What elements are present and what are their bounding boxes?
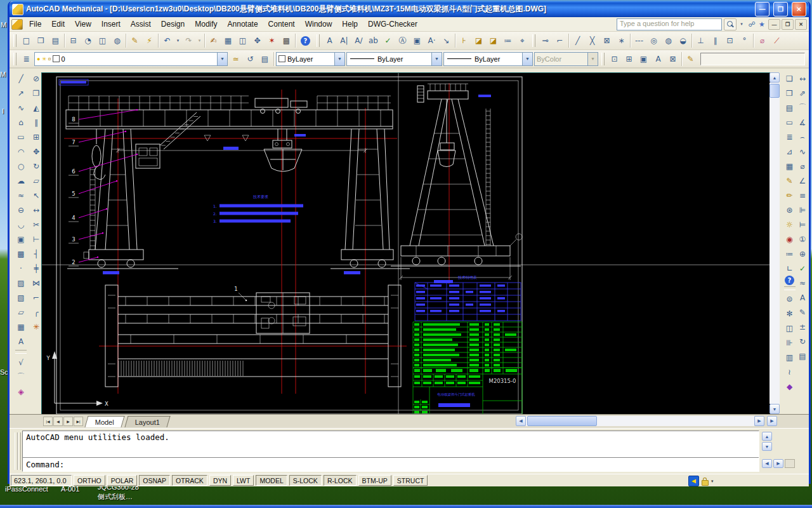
publish-icon[interactable]: ◫ <box>95 34 110 48</box>
menu-file[interactable]: File <box>24 18 46 30</box>
dim-continue-icon[interactable]: ⊨ <box>796 217 809 232</box>
calculator-icon[interactable]: ▩ <box>279 34 294 48</box>
linetype-combo[interactable]: ByLayer ▼ <box>346 52 442 66</box>
communication-center-tray-icon[interactable]: ◀ <box>688 476 699 486</box>
tray-dropdown-arrow[interactable]: ▾ <box>711 479 714 484</box>
power-snap-icon[interactable]: ⊸ <box>538 34 553 48</box>
plot-icon[interactable]: ⊟ <box>66 34 81 48</box>
menu-content[interactable]: Content <box>263 18 300 30</box>
donut-icon[interactable]: ◎ <box>646 34 661 48</box>
am-power-snap-icon[interactable]: ⊛ <box>783 203 797 217</box>
am-layers-icon[interactable]: ≣ <box>783 130 797 144</box>
redo-icon[interactable]: ↷ <box>181 34 196 48</box>
toolbar-grip[interactable] <box>317 34 320 47</box>
check-dim-icon[interactable]: √ <box>14 355 28 370</box>
mtext-icon[interactable]: A <box>14 334 28 349</box>
status-toggle-model[interactable]: MODEL <box>256 475 287 486</box>
table-icon[interactable]: ▦ <box>14 319 28 334</box>
polyline-icon[interactable]: ∿ <box>14 100 28 115</box>
text-frame-icon[interactable]: ▣ <box>410 34 424 48</box>
tab-model[interactable]: Model <box>84 416 124 427</box>
layer-properties-icon[interactable]: ≣ <box>19 52 34 66</box>
dim-text-icon[interactable]: A <box>796 290 809 305</box>
am-structure-icon[interactable]: ▦ <box>221 34 235 48</box>
tab-layout1[interactable]: Layout1 <box>124 416 170 427</box>
construction-point-icon[interactable]: ∗ <box>614 34 629 48</box>
viewport-scale-icon[interactable]: ⊠ <box>665 52 680 66</box>
desktop-icon-label[interactable]: Sc <box>0 368 8 376</box>
status-toggle-s-lock[interactable]: S-LOCK <box>289 475 322 486</box>
symbol-library-icon[interactable]: ⊡ <box>723 34 737 48</box>
command-scroll-left[interactable]: ◀ <box>762 459 772 468</box>
canvas-horizontal-scrollbar[interactable]: ◀ ▶ <box>516 416 764 426</box>
undo-arrow[interactable]: ▾ <box>174 38 181 43</box>
command-window-grip[interactable] <box>18 432 21 470</box>
menu-modify[interactable]: Modify <box>190 18 222 30</box>
region-icon[interactable]: ▱ <box>14 305 28 319</box>
dim-radius-icon[interactable]: ⌢ <box>796 130 809 144</box>
notepad-icon[interactable]: ✎ <box>683 52 698 66</box>
menu-insert[interactable]: Insert <box>96 18 126 30</box>
menu-design[interactable]: Design <box>156 18 190 30</box>
status-toggle-dyn[interactable]: DYN <box>209 475 231 486</box>
power-dimension-icon[interactable]: ⊦ <box>457 34 471 48</box>
fill-mode-icon[interactable]: ◍ <box>661 34 676 48</box>
center-mark-icon[interactable]: ⊕ <box>796 246 809 261</box>
desktop-icon-label[interactable]: I <box>2 107 4 115</box>
plot-preview-icon[interactable]: ◔ <box>81 34 95 48</box>
layer-combo-arrow[interactable]: ▼ <box>217 53 227 65</box>
model-space-canvas[interactable]: 8 7 6 5 4 3 2 1 技术要求 1. 2. 3. <box>41 72 770 415</box>
layer-match-icon[interactable]: ⊞ <box>622 52 636 66</box>
color-combo-arrow[interactable]: ▼ <box>334 53 344 65</box>
am-shaft-icon[interactable]: ⊜ <box>783 291 797 306</box>
toolbar-grip[interactable] <box>13 34 16 47</box>
am-annotate-icon[interactable]: ⌀ <box>755 34 769 48</box>
am-view-icon[interactable]: ❒ <box>783 86 797 100</box>
scroll-right-arrow[interactable]: ▶ <box>754 416 764 426</box>
justify-text-icon[interactable]: ↘ <box>439 34 454 48</box>
save-icon[interactable]: ▤ <box>48 34 63 48</box>
revision-cloud-icon[interactable]: ☁ <box>14 173 28 188</box>
communication-center-icon[interactable]: ☍ <box>747 19 757 30</box>
line-icon[interactable]: ╱ <box>14 71 28 86</box>
construction-cross-icon[interactable]: ╳ <box>585 34 599 48</box>
am-bom-icon[interactable]: ▦ <box>783 159 797 173</box>
next-tab-button[interactable]: ▶ <box>63 417 73 426</box>
command-scroll-right[interactable]: ▶ <box>773 459 783 468</box>
am-browser-icon[interactable]: ◉ <box>783 232 797 246</box>
scrollbar-corner-button[interactable]: ▶ <box>767 416 777 426</box>
status-toggle-struct[interactable]: STRUCT <box>393 475 428 486</box>
am-bearing-icon[interactable]: ◫ <box>783 321 797 335</box>
quick-dim-icon[interactable]: ≡ <box>796 188 809 203</box>
am-screw-icon[interactable]: ⊪ <box>783 335 797 350</box>
point-icon[interactable]: · <box>14 261 28 276</box>
make-object-layer-icon[interactable]: ⊡ <box>607 52 622 66</box>
menu-view[interactable]: View <box>70 18 96 30</box>
am-ucs-icon[interactable]: ∟ <box>783 261 797 276</box>
status-toggle-ortho[interactable]: ORTHO <box>74 475 105 486</box>
auto-dimension-icon[interactable]: ⌒ <box>14 370 28 384</box>
open-icon[interactable]: ❒ <box>34 34 48 48</box>
circle-icon[interactable]: ○ <box>14 159 28 173</box>
desktop-icon-jqcg300-line2[interactable]: 侧式刮板… <box>98 492 133 502</box>
ellipse-icon[interactable]: ⊖ <box>14 203 28 217</box>
close-button[interactable]: ✕ <box>792 2 806 17</box>
dim-notes-icon[interactable]: ≔ <box>501 34 515 48</box>
status-toggle-polar[interactable]: POLAR <box>107 475 138 486</box>
dim-horizontal-icon[interactable]: ◪ <box>471 34 486 48</box>
search-icon[interactable] <box>724 18 737 30</box>
menu-assist[interactable]: Assist <box>126 18 156 30</box>
layer-isolate-icon[interactable]: ▣ <box>636 52 651 66</box>
dim-style-icon[interactable]: ▤ <box>796 349 809 363</box>
layer-combo[interactable]: ● ☀ ¤ 0 ▼ <box>34 52 228 66</box>
linetype-toggle-icon[interactable]: --- <box>632 34 646 48</box>
qnew-icon[interactable]: □ <box>19 34 34 48</box>
mdi-minimize-button[interactable]: — <box>768 19 780 30</box>
am-spring-icon[interactable]: ≀ <box>783 364 797 379</box>
menu-window[interactable]: Window <box>300 18 337 30</box>
arc-icon[interactable]: ◠ <box>14 144 28 159</box>
dim-edit-icon[interactable]: ✎ <box>796 305 809 319</box>
shade-icon[interactable]: ◒ <box>676 34 690 48</box>
dim-power-icon[interactable]: ① <box>796 232 809 246</box>
mdi-close-button[interactable]: ✕ <box>795 19 807 30</box>
